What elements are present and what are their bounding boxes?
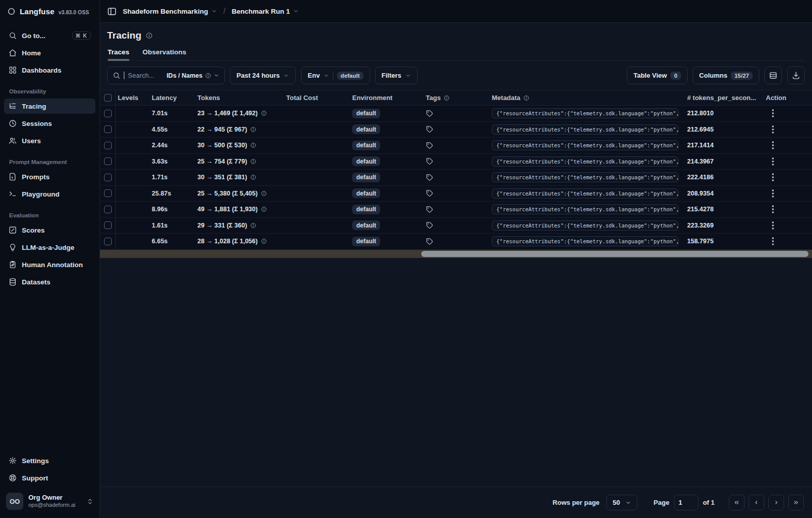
- search-mode-selector[interactable]: IDs / Names: [166, 72, 219, 79]
- table-row[interactable]: 6.65s 28 → 1,028 (Σ 1,056) default: [100, 234, 812, 250]
- row-height-button[interactable]: [764, 67, 782, 84]
- row-checkbox[interactable]: [104, 157, 112, 165]
- sidebar-item-goto[interactable]: Go to... ⌘ K: [4, 28, 95, 43]
- info-icon[interactable]: [250, 142, 256, 148]
- sidebar-item-tracing[interactable]: Tracing: [4, 99, 95, 114]
- info-icon[interactable]: [146, 32, 153, 39]
- env-filter-button[interactable]: Env default: [301, 67, 370, 84]
- info-icon[interactable]: [261, 238, 267, 244]
- time-range-button[interactable]: Past 24 hours: [230, 67, 296, 84]
- first-page-button[interactable]: [729, 495, 745, 510]
- sidebar-item-settings[interactable]: Settings: [4, 453, 95, 468]
- tag-icon[interactable]: [426, 189, 433, 197]
- kebab-menu-icon[interactable]: [770, 109, 776, 117]
- sidebar-toggle-icon[interactable]: [107, 7, 117, 16]
- org-selector[interactable]: Shadeform Benchmarking: [123, 8, 217, 15]
- sidebar-item-support[interactable]: Support: [4, 470, 95, 485]
- horizontal-scrollbar[interactable]: [100, 250, 812, 258]
- clipboard-pen-icon: [9, 261, 17, 269]
- table-row[interactable]: 1.71s 30 → 351 (Σ 381) default: [100, 170, 812, 186]
- tag-icon[interactable]: [426, 157, 433, 165]
- info-icon[interactable]: [250, 158, 256, 165]
- info-icon[interactable]: [444, 95, 450, 101]
- columns-button[interactable]: Columns 15/27: [693, 67, 759, 84]
- info-icon[interactable]: [261, 190, 267, 197]
- export-button[interactable]: [787, 67, 805, 84]
- filters-button[interactable]: Filters: [375, 67, 418, 84]
- tokens-per-second-cell: 222.4186: [685, 174, 764, 181]
- info-icon[interactable]: [250, 222, 256, 229]
- sidebar-item-sessions[interactable]: Sessions: [4, 116, 95, 131]
- metadata-value[interactable]: {"resourceAttributes":{"telemetry.sdk.la…: [492, 124, 679, 135]
- search-input[interactable]: Search... IDs / Names: [107, 67, 225, 84]
- info-icon[interactable]: [250, 174, 256, 180]
- kebab-menu-icon[interactable]: [770, 125, 776, 134]
- table-row[interactable]: 2.44s 30 → 500 (Σ 530) default: [100, 138, 812, 154]
- project-selector[interactable]: Benchmark Run 1: [232, 8, 299, 15]
- tag-icon[interactable]: [426, 125, 433, 133]
- row-checkbox[interactable]: [104, 174, 112, 181]
- row-checkbox[interactable]: [104, 110, 112, 117]
- row-checkbox[interactable]: [104, 189, 112, 197]
- user-menu[interactable]: OO Org Owner ops@shadeform.ai: [0, 488, 99, 518]
- table-row[interactable]: 8.96s 49 → 1,881 (Σ 1,930) default: [100, 202, 812, 218]
- kebab-menu-icon[interactable]: [770, 173, 776, 181]
- metadata-cell: {"resourceAttributes":{"telemetry.sdk.la…: [490, 236, 685, 246]
- sidebar-item-datasets[interactable]: Datasets: [4, 274, 95, 289]
- row-checkbox[interactable]: [104, 221, 112, 229]
- row-checkbox[interactable]: [104, 238, 112, 245]
- tab-observations[interactable]: Observations: [143, 48, 186, 60]
- tag-icon[interactable]: [426, 110, 433, 117]
- table-row[interactable]: 25.87s 25 → 5,380 (Σ 5,405) default: [100, 186, 812, 202]
- last-page-button[interactable]: [788, 495, 804, 510]
- table-row[interactable]: 1.61s 29 → 331 (Σ 360) default: [100, 218, 812, 234]
- metadata-value[interactable]: {"resourceAttributes":{"telemetry.sdk.la…: [492, 236, 679, 246]
- tag-icon[interactable]: [426, 221, 433, 229]
- sidebar-item-llm-judge[interactable]: LLM-as-a-Judge: [4, 240, 95, 255]
- metadata-value[interactable]: {"resourceAttributes":{"telemetry.sdk.la…: [492, 220, 679, 231]
- sidebar-item-human-annotation[interactable]: Human Annotation: [4, 257, 95, 272]
- metadata-value[interactable]: {"resourceAttributes":{"telemetry.sdk.la…: [492, 156, 679, 167]
- row-checkbox[interactable]: [104, 125, 112, 133]
- tag-icon[interactable]: [426, 206, 433, 213]
- metadata-value[interactable]: {"resourceAttributes":{"telemetry.sdk.la…: [492, 140, 679, 150]
- metadata-value[interactable]: {"resourceAttributes":{"telemetry.sdk.la…: [492, 172, 679, 182]
- sidebar-item-users[interactable]: Users: [4, 133, 95, 148]
- brand[interactable]: Langfuse v3.83.0 OSS: [0, 0, 99, 23]
- kebab-menu-icon[interactable]: [770, 189, 776, 198]
- scrollbar-thumb[interactable]: [421, 251, 808, 257]
- metadata-value[interactable]: {"resourceAttributes":{"telemetry.sdk.la…: [492, 188, 679, 199]
- table-row[interactable]: 7.01s 23 → 1,469 (Σ 1,492) default: [100, 106, 812, 122]
- kebab-menu-icon[interactable]: [770, 205, 776, 213]
- page-number-input[interactable]: [674, 495, 698, 510]
- tag-icon[interactable]: [426, 142, 433, 149]
- metadata-value[interactable]: {"resourceAttributes":{"telemetry.sdk.la…: [492, 108, 679, 118]
- tag-icon[interactable]: [426, 238, 433, 245]
- tab-traces[interactable]: Traces: [108, 48, 129, 60]
- kebab-menu-icon[interactable]: [770, 141, 776, 149]
- select-all-checkbox[interactable]: [104, 94, 112, 102]
- next-page-button[interactable]: [768, 495, 784, 510]
- kebab-menu-icon[interactable]: [770, 157, 776, 166]
- row-checkbox[interactable]: [104, 206, 112, 213]
- info-icon[interactable]: [205, 73, 211, 79]
- sidebar-item-scores[interactable]: Scores: [4, 222, 95, 238]
- sidebar-item-playground[interactable]: Playground: [4, 186, 95, 202]
- kebab-menu-icon[interactable]: [770, 221, 776, 230]
- kebab-menu-icon[interactable]: [770, 237, 776, 245]
- info-icon[interactable]: [523, 95, 529, 101]
- table-row[interactable]: 3.63s 25 → 754 (Σ 779) default: [100, 154, 812, 170]
- tag-icon[interactable]: [426, 174, 433, 181]
- sidebar-item-home[interactable]: Home: [4, 45, 95, 60]
- row-checkbox[interactable]: [104, 142, 112, 149]
- sidebar-item-prompts[interactable]: Prompts: [4, 169, 95, 184]
- info-icon[interactable]: [250, 126, 256, 133]
- previous-page-button[interactable]: [749, 495, 764, 510]
- info-icon[interactable]: [261, 206, 267, 212]
- rows-per-page-select[interactable]: 50: [606, 495, 637, 510]
- sidebar-item-dashboards[interactable]: Dashboards: [4, 62, 95, 78]
- table-view-button[interactable]: Table View 0: [627, 67, 687, 84]
- metadata-value[interactable]: {"resourceAttributes":{"telemetry.sdk.la…: [492, 204, 679, 214]
- table-row[interactable]: 4.55s 22 → 945 (Σ 967) default: [100, 122, 812, 138]
- info-icon[interactable]: [261, 110, 267, 116]
